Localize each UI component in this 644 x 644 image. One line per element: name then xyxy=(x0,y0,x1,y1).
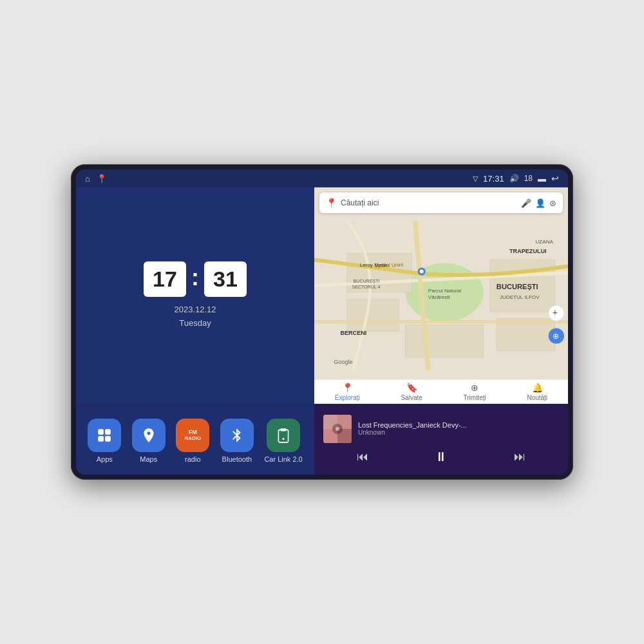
home-icon[interactable]: ⌂ xyxy=(85,174,90,184)
back-icon[interactable]: ↩ xyxy=(551,173,559,184)
apps-icon xyxy=(88,419,121,452)
carlink-label: Car Link 2.0 xyxy=(264,455,302,463)
music-controls: ⏮ ⏸ ⏭ xyxy=(323,450,559,464)
map-nav-trimiteți[interactable]: ⊕ Trimiteți xyxy=(464,383,486,401)
status-bar: ⌂ 📍 ▽ 17:31 🔊 18 ▬ ↩ xyxy=(76,169,568,187)
music-info-row: Lost Frequencies_Janieck Devy-... Unknow… xyxy=(323,415,559,443)
salvate-label: Salvate xyxy=(401,394,422,401)
svg-text:JUDEȚUL ILFOV: JUDEȚUL ILFOV xyxy=(500,294,540,300)
maps-label: Maps xyxy=(140,455,157,463)
svg-rect-4 xyxy=(278,430,288,442)
map-search-text: Căutați aici xyxy=(341,198,517,207)
apps-label: Apps xyxy=(97,455,113,463)
salvate-icon: 🔖 xyxy=(406,383,417,393)
trimiteți-label: Trimiteți xyxy=(464,394,486,401)
music-details: Lost Frequencies_Janieck Devy-... Unknow… xyxy=(358,421,559,436)
svg-text:+: + xyxy=(553,307,558,317)
clock-display: 17 : 31 xyxy=(144,261,247,297)
music-thumbnail xyxy=(323,415,352,443)
battery-icon: ▬ xyxy=(538,174,546,184)
trimiteți-icon: ⊕ xyxy=(471,383,478,393)
svg-rect-0 xyxy=(99,429,104,435)
apps-row: Apps Maps FM RADIO xyxy=(76,404,314,475)
radio-label: radio xyxy=(185,455,200,463)
music-widget: Lost Frequencies_Janieck Devy-... Unknow… xyxy=(314,404,568,475)
app-item-apps[interactable]: Apps xyxy=(88,419,121,463)
svg-rect-2 xyxy=(99,436,104,442)
carlink-icon xyxy=(267,419,300,452)
svg-text:Văcărești: Văcărești xyxy=(428,294,450,300)
svg-point-39 xyxy=(336,427,339,431)
clock-minute: 31 xyxy=(204,261,247,297)
svg-text:BERCENI: BERCENI xyxy=(340,330,366,336)
svg-text:Parcul Natural: Parcul Natural xyxy=(428,288,461,294)
app-item-radio[interactable]: FM RADIO radio xyxy=(176,419,209,463)
svg-point-6 xyxy=(282,437,284,439)
clock-hour: 17 xyxy=(144,261,186,297)
music-title: Lost Frequencies_Janieck Devy-... xyxy=(358,421,559,429)
main-content: 17 : 31 2023.12.12 Tuesday xyxy=(76,187,568,475)
status-time: 17:31 xyxy=(483,174,504,184)
app-item-carlink[interactable]: Car Link 2.0 xyxy=(264,419,302,463)
map-pin-icon: 📍 xyxy=(326,198,337,208)
svg-text:BUCUREȘTI: BUCUREȘTI xyxy=(354,279,380,284)
svg-text:⊕: ⊕ xyxy=(553,332,559,341)
left-panel: 17 : 31 2023.12.12 Tuesday xyxy=(76,187,314,475)
radio-icon: FM RADIO xyxy=(176,419,209,452)
signal-icon: ▽ xyxy=(473,175,478,183)
clock-date: 2023.12.12 Tuesday xyxy=(174,303,216,330)
user-icon[interactable]: 👤 xyxy=(535,198,545,208)
maps-icon xyxy=(132,419,166,452)
svg-text:SECTORUL 4: SECTORUL 4 xyxy=(352,285,381,289)
right-panel: Parcul Natural Văcărești xyxy=(314,187,568,475)
map-nav-salvate[interactable]: 🔖 Salvate xyxy=(401,383,422,401)
maps-pin-icon[interactable]: 📍 xyxy=(97,174,107,184)
bluetooth-label: Bluetooth xyxy=(222,455,252,463)
svg-rect-5 xyxy=(281,428,287,431)
svg-rect-3 xyxy=(105,436,111,442)
status-left-icons: ⌂ 📍 xyxy=(85,174,107,184)
map-container: Parcul Natural Văcărești xyxy=(314,187,568,404)
svg-rect-1 xyxy=(105,429,111,435)
volume-icon: 🔊 xyxy=(509,174,519,183)
map-widget[interactable]: Parcul Natural Văcărești xyxy=(314,187,568,404)
svg-rect-14 xyxy=(497,318,555,351)
map-search-bar[interactable]: 📍 Căutați aici 🎤 👤 ⊛ xyxy=(319,193,563,213)
svg-text:Leroy Merlin: Leroy Merlin xyxy=(360,262,388,268)
mic-icon[interactable]: 🎤 xyxy=(521,198,531,208)
svg-text:UZANA: UZANA xyxy=(535,239,553,245)
svg-rect-12 xyxy=(347,299,399,332)
noutăți-label: Noutăți xyxy=(527,394,547,401)
music-artist: Unknown xyxy=(358,429,559,436)
noutăți-icon: 🔔 xyxy=(532,383,543,393)
prev-button[interactable]: ⏮ xyxy=(350,450,375,464)
svg-text:TRAPEZULUI: TRAPEZULUI xyxy=(509,248,547,254)
battery-level: 18 xyxy=(524,174,533,183)
layers-icon[interactable]: ⊛ xyxy=(549,198,556,208)
map-nav-noutăți[interactable]: 🔔 Noutăți xyxy=(527,383,547,401)
device-screen: ⌂ 📍 ▽ 17:31 🔊 18 ▬ ↩ 17 : xyxy=(76,169,568,475)
clock-colon: : xyxy=(191,264,199,291)
explorați-label: Explorați xyxy=(335,394,360,401)
device-frame: ⌂ 📍 ▽ 17:31 🔊 18 ▬ ↩ 17 : xyxy=(71,164,573,480)
bluetooth-icon xyxy=(220,419,254,452)
map-bottom-bar: 📍 Explorați 🔖 Salvate ⊕ Trimiteți 🔔 xyxy=(314,379,568,404)
app-item-bluetooth[interactable]: Bluetooth xyxy=(220,419,254,463)
explorați-icon: 📍 xyxy=(342,383,353,393)
map-search-icons: 🎤 👤 ⊛ xyxy=(521,198,556,208)
next-button[interactable]: ⏭ xyxy=(507,450,532,464)
app-item-maps[interactable]: Maps xyxy=(132,419,166,463)
svg-rect-15 xyxy=(405,325,483,357)
status-right-info: ▽ 17:31 🔊 18 ▬ ↩ xyxy=(473,173,559,184)
play-pause-button[interactable]: ⏸ xyxy=(428,450,454,464)
map-nav-explorați[interactable]: 📍 Explorați xyxy=(335,383,360,401)
svg-text:BUCUREȘTI: BUCUREȘTI xyxy=(497,283,538,290)
svg-point-30 xyxy=(420,270,424,274)
clock-widget: 17 : 31 2023.12.12 Tuesday xyxy=(76,187,314,404)
svg-text:Google: Google xyxy=(334,359,352,365)
